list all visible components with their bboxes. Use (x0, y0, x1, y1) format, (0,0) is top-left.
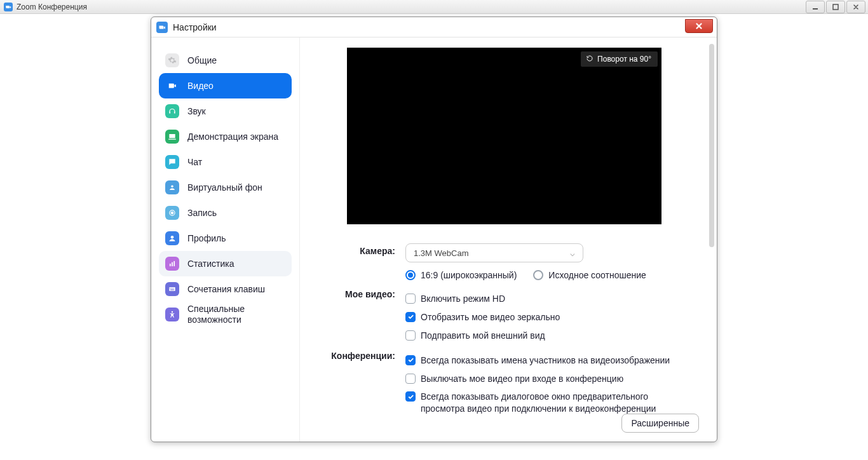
sidebar-item-label: Сочетания клавиш (187, 284, 265, 295)
sidebar-item-audio[interactable]: Звук (159, 98, 292, 124)
scrollbar-thumb[interactable] (709, 44, 714, 247)
camera-row: Камера: 1.3M WebCam ⌵ 16:9 (широкоэкранн… (315, 243, 691, 280)
svg-rect-11 (172, 288, 172, 288)
sidebar-item-label: Демонстрация экрана (187, 132, 278, 142)
sidebar-item-label: Чат (187, 157, 202, 168)
touch-up-checkbox[interactable]: Подправить мой внешний вид (405, 330, 691, 342)
conferences-label: Конференции: (315, 348, 405, 416)
headphones-icon (165, 104, 179, 118)
checkbox-icon (405, 355, 416, 365)
svg-rect-7 (172, 262, 173, 266)
maximize-button[interactable] (826, 1, 845, 13)
checkbox-icon (405, 312, 416, 322)
zoom-icon (156, 22, 168, 33)
sidebar-item-virtual-bg[interactable]: Виртуальный фон (159, 175, 292, 200)
radio-icon (405, 270, 416, 280)
checkbox-icon (405, 294, 416, 304)
minimize-button[interactable] (806, 1, 825, 13)
conferences-row: Конференции: Всегда показывать имена уча… (315, 348, 691, 416)
svg-rect-1 (833, 4, 838, 10)
rotate-icon (586, 55, 593, 64)
camera-select[interactable]: 1.3M WebCam ⌵ (405, 243, 583, 262)
aspect-original-option[interactable]: Исходное соотношение (533, 270, 646, 280)
dialog-header: Настройки (151, 17, 717, 37)
sidebar-item-label: Специальные возможности (187, 304, 285, 325)
gear-icon (165, 53, 179, 67)
checkbox-icon (405, 374, 416, 384)
aspect-16-9-label: 16:9 (широкоэкранный) (421, 270, 517, 280)
dialog-title: Настройки (173, 22, 217, 32)
settings-sidebar: Общие Видео Звук (151, 37, 300, 442)
sidebar-item-chat[interactable]: Чат (159, 149, 292, 175)
video-preview: Поворот на 90° (347, 48, 661, 224)
video-icon (165, 79, 179, 93)
advanced-button-label: Расширенные (631, 418, 689, 428)
svg-rect-8 (173, 261, 175, 266)
profile-icon (165, 231, 179, 245)
mirror-video-checkbox[interactable]: Отобразить мое видео зеркально (405, 311, 691, 323)
svg-point-5 (171, 236, 174, 239)
radio-icon (533, 270, 543, 280)
close-window-button[interactable] (846, 1, 865, 13)
sidebar-item-label: Звук (187, 106, 206, 117)
settings-dialog: Настройки Общие Видео (151, 17, 717, 442)
zoom-app-icon (4, 3, 13, 11)
mute-video-checkbox[interactable]: Выключать мое видео при входе в конферен… (405, 373, 691, 385)
sidebar-item-share[interactable]: Демонстрация экрана (159, 124, 292, 149)
show-names-checkbox[interactable]: Всегда показывать имена участников на ви… (405, 355, 691, 367)
sidebar-item-recording[interactable]: Запись (159, 200, 292, 226)
camera-select-value: 1.3M WebCam (414, 248, 468, 258)
share-screen-icon (165, 130, 179, 144)
show-names-label: Всегда показывать имена участников на ви… (421, 355, 670, 367)
sidebar-item-label: Общие (187, 55, 217, 66)
mirror-video-label: Отобразить мое видео зеркально (421, 311, 560, 323)
sidebar-item-label: Видео (187, 81, 214, 91)
enable-hd-label: Включить режим HD (421, 293, 505, 305)
title-bar: Zoom Конференция (0, 0, 868, 14)
dialog-body: Общие Видео Звук (151, 37, 717, 442)
record-icon (165, 206, 179, 220)
video-settings-form: Камера: 1.3M WebCam ⌵ 16:9 (широкоэкранн… (315, 243, 691, 415)
enable-hd-checkbox[interactable]: Включить режим HD (405, 293, 691, 305)
sidebar-item-statistics[interactable]: Статистика (159, 251, 292, 276)
svg-rect-12 (173, 288, 173, 288)
preview-dialog-checkbox[interactable]: Всегда показывать диалоговое окно предва… (405, 391, 691, 415)
sidebar-item-profile[interactable]: Профиль (159, 226, 292, 251)
svg-rect-6 (170, 264, 171, 266)
sidebar-item-general[interactable]: Общие (159, 48, 292, 73)
aspect-16-9-option[interactable]: 16:9 (широкоэкранный) (405, 270, 517, 280)
window-title: Zoom Конференция (17, 3, 87, 11)
sidebar-item-label: Запись (187, 208, 217, 219)
sidebar-item-label: Профиль (187, 233, 226, 244)
svg-point-4 (171, 212, 173, 214)
checkbox-icon (405, 391, 416, 402)
keyboard-icon (165, 282, 179, 296)
camera-label: Камера: (315, 243, 405, 280)
stats-icon (165, 257, 179, 271)
svg-rect-9 (169, 287, 175, 291)
my-video-row: Мое видео: Включить режим HD Отобразить (315, 287, 691, 342)
sidebar-item-accessibility[interactable]: Специальные возможности (159, 302, 292, 327)
sidebar-item-label: Статистика (187, 259, 234, 269)
sidebar-item-label: Виртуальный фон (187, 182, 262, 193)
virtual-bg-icon (165, 180, 179, 194)
svg-point-14 (172, 311, 173, 313)
window-controls (804, 1, 868, 13)
svg-point-2 (171, 186, 173, 188)
svg-rect-13 (170, 290, 174, 290)
svg-rect-0 (813, 8, 818, 10)
aspect-ratio-group: 16:9 (широкоэкранный) Исходное соотношен… (405, 270, 691, 280)
scrollbar[interactable] (709, 44, 714, 442)
rotate-90-button[interactable]: Поворот на 90° (581, 51, 658, 67)
dialog-close-button[interactable] (685, 19, 713, 33)
checkbox-icon (405, 330, 416, 341)
svg-rect-10 (170, 288, 171, 288)
sidebar-item-video[interactable]: Видео (159, 73, 292, 98)
advanced-button[interactable]: Расширенные (621, 414, 699, 433)
chevron-down-icon: ⌵ (570, 248, 575, 258)
settings-content: Поворот на 90° Камера: 1.3M WebCam ⌵ (300, 37, 717, 442)
app-window: Zoom Конференция Настройки (0, 0, 868, 460)
sidebar-item-shortcuts[interactable]: Сочетания клавиш (159, 276, 292, 302)
mute-video-label: Выключать мое видео при входе в конферен… (421, 373, 623, 385)
my-video-label: Мое видео: (315, 287, 405, 342)
